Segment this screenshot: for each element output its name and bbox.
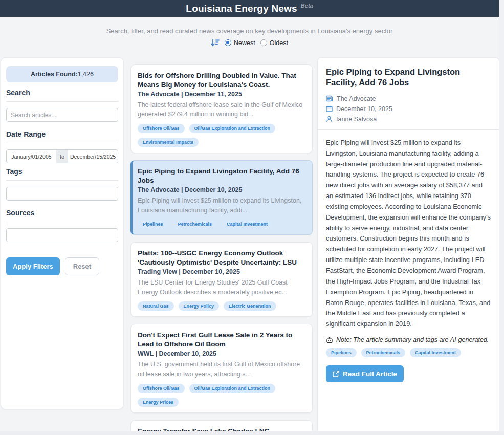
article-tags: PipelinesPetrochemicalsCapital Investmen… — [138, 220, 305, 229]
search-input[interactable] — [6, 108, 118, 122]
article-source-date: Trading View | December 10, 2025 — [138, 268, 305, 275]
date-from-input[interactable] — [6, 149, 57, 163]
article-card[interactable]: Bids for Offshore Drilling Doubled in Va… — [130, 64, 313, 153]
article-detail-panel: Epic Piping to Expand Livingston Facilit… — [317, 57, 499, 435]
tag-pill: Natural Gas — [138, 301, 174, 311]
article-excerpt: Epic Piping will invest $25 million to e… — [138, 196, 305, 215]
horizontal-scrollbar[interactable] — [0, 431, 504, 435]
date-to-input[interactable] — [68, 149, 118, 163]
date-range-group: to — [6, 149, 118, 163]
divider — [318, 129, 499, 130]
person-icon — [326, 116, 333, 122]
tag-pill: Capital Investment — [222, 220, 273, 229]
divider — [6, 143, 118, 143]
app-title: Louisiana Energy News — [186, 3, 297, 14]
robot-icon — [326, 337, 333, 343]
article-title: Epic Piping to Expand Livingston Facilit… — [138, 167, 305, 185]
read-full-article-button[interactable]: Read Full Article — [326, 365, 404, 382]
sort-controls: Newest Oldest — [0, 39, 499, 47]
article-title: Bids for Offshore Drilling Doubled in Va… — [138, 71, 305, 90]
tag-pill: Petrochemicals — [173, 220, 217, 229]
vertical-scrollbar[interactable] — [499, 0, 504, 435]
tag-pill: Oil/Gas Exploration and Extraction — [189, 384, 276, 393]
radio-oldest[interactable] — [260, 39, 267, 46]
tags-heading: Tags — [6, 167, 118, 176]
article-list: Bids for Offshore Drilling Doubled in Va… — [130, 64, 313, 435]
article-excerpt: The U.S. government held its first Gulf … — [138, 360, 305, 379]
detail-title: Epic Piping to Expand Livingston Facilit… — [326, 67, 491, 89]
tag-pill: Energy Policy — [179, 301, 220, 311]
sort-descending-icon — [211, 39, 220, 47]
divider — [6, 222, 118, 222]
app-header: Louisiana Energy News Beta — [0, 0, 499, 17]
detail-source-row: The Advocate — [326, 95, 491, 102]
tags-input[interactable] — [6, 187, 118, 201]
article-source-date: The Advocate | December 10, 2025 — [138, 186, 305, 193]
articles-found-badge: Articles Found:1,426 — [6, 66, 118, 82]
sort-oldest-label: Oldest — [270, 39, 288, 47]
article-card[interactable]: Don't Expect First Gulf Lease Sale in 2 … — [130, 324, 313, 412]
tag-pill: Petrochemicals — [361, 348, 406, 357]
external-link-icon — [333, 371, 339, 377]
divider — [6, 101, 118, 102]
sort-option-newest[interactable]: Newest — [225, 39, 255, 47]
tag-pill: Offshore Oil/Gas — [138, 124, 185, 133]
read-full-article-label: Read Full Article — [343, 370, 397, 378]
articles-found-value: 1,426 — [78, 71, 94, 78]
filter-sidebar: Articles Found:1,426 Search Date Range t… — [1, 57, 124, 409]
tag-pill: Oil/Gas Exploration and Extraction — [189, 124, 276, 133]
article-source-date: The Advocate | December 11, 2025 — [138, 91, 305, 98]
date-to-separator: to — [56, 149, 68, 163]
detail-author-row: Ianne Salvosa — [326, 116, 491, 123]
tag-pill: Pipelines — [138, 220, 168, 229]
article-excerpt: The LSU Center for Energy Studies' 2025 … — [138, 278, 305, 297]
radio-newest[interactable] — [225, 39, 231, 46]
tag-pill: Capital Investment — [410, 348, 461, 357]
article-title: Platts: 100--USGC Energy Economy Outlook… — [138, 249, 305, 267]
articles-found-label: Articles Found: — [31, 71, 78, 78]
reset-button[interactable]: Reset — [65, 257, 99, 275]
detail-tags: PipelinesPetrochemicalsCapital Investmen… — [326, 348, 491, 357]
detail-date-row: December 10, 2025 — [326, 105, 491, 113]
article-tags: Offshore Oil/GasOil/Gas Exploration and … — [138, 124, 305, 147]
divider — [6, 180, 118, 181]
sources-heading: Sources — [6, 209, 118, 217]
article-source-date: WWL | December 10, 2025 — [138, 350, 305, 357]
beta-badge: Beta — [301, 3, 313, 9]
tag-pill: Offshore Oil/Gas — [138, 384, 185, 393]
sources-input[interactable] — [6, 228, 118, 242]
ai-note-text: Note: The article summary and tags are A… — [336, 336, 489, 343]
apply-filters-button[interactable]: Apply Filters — [6, 257, 60, 275]
date-range-heading: Date Range — [6, 130, 118, 138]
sort-option-oldest[interactable]: Oldest — [260, 39, 288, 47]
tag-pill: Environmental Impacts — [138, 138, 199, 147]
article-excerpt: The latest federal offshore lease sale i… — [138, 100, 305, 120]
article-card[interactable]: Platts: 100--USGC Energy Economy Outlook… — [130, 242, 313, 317]
newspaper-icon — [326, 95, 333, 102]
app-subtitle: Search, filter, and read curated news co… — [0, 27, 499, 35]
detail-source: The Advocate — [337, 95, 376, 102]
search-heading: Search — [6, 89, 118, 97]
article-tags: Natural GasEnergy PolicyElectric Generat… — [138, 301, 305, 311]
ai-note-row: Note: The article summary and tags are A… — [326, 336, 491, 343]
sort-newest-label: Newest — [234, 39, 255, 47]
detail-date: December 10, 2025 — [336, 105, 392, 113]
tag-pill: Electric Generation — [224, 301, 276, 311]
calendar-icon — [326, 105, 333, 112]
detail-author: Ianne Salvosa — [336, 116, 377, 123]
article-title: Don't Expect First Gulf Lease Sale in 2 … — [138, 331, 305, 349]
tag-pill: Energy Prices — [138, 398, 179, 407]
article-tags: Offshore Oil/GasOil/Gas Exploration and … — [138, 384, 305, 407]
tag-pill: Pipelines — [326, 348, 357, 357]
article-card[interactable]: Epic Piping to Expand Livingston Facilit… — [130, 160, 313, 235]
detail-summary: Epic Piping will invest $25 million to e… — [326, 138, 491, 330]
